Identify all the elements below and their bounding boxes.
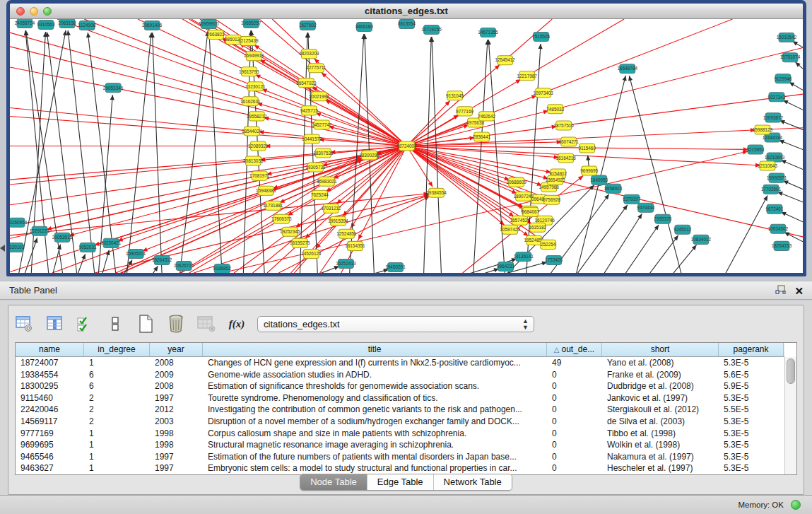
network-node[interactable]: 9425715 (300, 106, 318, 115)
network-node[interactable]: 12089321 (248, 141, 269, 151)
network-node[interactable]: 19384554 (426, 188, 447, 197)
network-node[interactable]: 9115460 (579, 144, 596, 153)
network-node[interactable]: 12125439 (238, 37, 259, 46)
table-row[interactable]: 2242004622012Investigating the contribut… (16, 404, 784, 416)
network-node[interactable]: 10973403 (533, 88, 553, 98)
network-node[interactable]: 10230421 (101, 238, 122, 247)
network-node[interactable]: 17081971 (249, 171, 270, 180)
network-node[interactable]: 16252413 (336, 259, 356, 268)
tab-network-table[interactable]: Network Table (434, 474, 512, 490)
network-node[interactable]: 6379197 (623, 194, 640, 204)
network-node[interactable]: 18300295 (359, 151, 379, 160)
network-window-titlebar[interactable]: citations_edges.txt (10, 4, 803, 19)
network-node[interactable]: 10834012 (691, 235, 712, 244)
network-node[interactable]: 16164216 (555, 153, 576, 163)
network-node[interactable]: 11731881 (263, 201, 283, 210)
network-node[interactable]: 14671355 (478, 28, 498, 37)
network-node[interactable]: 7515526 (532, 33, 550, 42)
network-node[interactable]: 18264312 (152, 255, 172, 264)
network-node[interactable]: 12217987 (517, 71, 537, 81)
network-node[interactable]: 16154351 (345, 241, 365, 250)
network-node[interactable]: 16574521 (510, 216, 530, 225)
column-header-title[interactable]: title (203, 343, 547, 356)
network-node[interactable]: 2935105 (654, 214, 671, 223)
network-node[interactable]: 18264153 (772, 241, 792, 250)
network-node[interactable]: 29053346 (103, 83, 124, 93)
table-row[interactable]: 946362711997Embryonic stem cells: a mode… (16, 462, 784, 474)
network-node[interactable]: 9777169 (456, 107, 473, 116)
network-node[interactable]: 15988123 (753, 125, 773, 134)
network-node[interactable]: 10924502 (768, 224, 789, 233)
network-node[interactable]: 8964231 (497, 262, 514, 271)
network-node[interactable]: 10597423 (500, 225, 520, 234)
network-node[interactable]: 14526124 (301, 249, 322, 258)
column-header-short[interactable]: short (602, 343, 719, 356)
network-node[interactable]: 15010542 (777, 33, 797, 42)
network-node[interactable]: 18724007 (396, 141, 417, 151)
function-builder-icon[interactable]: f(x) (227, 314, 247, 334)
network-node[interactable]: 2836441 (473, 132, 490, 141)
network-node[interactable]: 9129946 (775, 74, 792, 83)
network-node[interactable]: 18307533 (313, 148, 334, 158)
network-node[interactable]: 12093872 (763, 113, 784, 122)
network-node[interactable]: 16547023 (296, 78, 317, 88)
network-node[interactable]: 23260954 (10, 218, 28, 227)
table-row[interactable]: 1938455462009Genome-wide association stu… (16, 369, 784, 381)
table-settings-icon[interactable] (14, 314, 34, 334)
table-scrollbar[interactable] (784, 357, 796, 474)
scrollbar-thumb[interactable] (787, 358, 795, 384)
network-canvas[interactable]: 1872400724055724931056320631581124908206… (10, 19, 803, 273)
network-node[interactable]: 19305731 (305, 163, 326, 172)
network-node[interactable]: 2063158 (59, 19, 76, 28)
row-layout-icon[interactable] (105, 314, 125, 334)
tab-edge-table[interactable]: Edge Table (367, 474, 434, 490)
memory-status-indicator-icon[interactable] (791, 500, 801, 510)
network-node[interactable]: 1124908 (78, 21, 96, 30)
table-row[interactable]: 969969511998Structural magnetic resonanc… (16, 439, 784, 451)
column-header-in_degree[interactable]: in_degree (84, 343, 150, 356)
network-node[interactable]: 9672401 (765, 204, 783, 214)
network-node[interactable]: 18544024 (242, 127, 262, 136)
network-node[interactable]: 9474444 (637, 203, 654, 212)
delete-table-icon[interactable] (166, 314, 186, 334)
network-node[interactable]: 20626721 (174, 261, 194, 270)
network-node[interactable]: 9052031 (79, 243, 97, 252)
network-node[interactable]: 8466160 (355, 23, 373, 32)
network-node[interactable]: 20691406 (142, 21, 163, 30)
network-node[interactable]: 14527742 (312, 120, 332, 129)
network-node[interactable]: 8958923 (604, 184, 622, 193)
network-node[interactable]: 16162631 (240, 97, 261, 106)
network-node[interactable]: 12545412 (495, 56, 515, 65)
control-panel-collapse-arrow-icon[interactable] (0, 245, 5, 252)
network-node[interactable]: 9756928 (543, 195, 560, 204)
network-node[interactable]: 1615182 (529, 223, 546, 232)
network-node[interactable]: 10719155 (421, 25, 442, 35)
network-node[interactable]: 16210643 (765, 153, 785, 162)
float-panel-icon[interactable] (775, 285, 786, 298)
network-node[interactable]: 10655257 (241, 19, 261, 28)
column-header-year[interactable]: year (150, 343, 203, 356)
network-node[interactable]: 19450201 (385, 262, 406, 271)
network-node[interactable]: 15992871 (767, 173, 787, 182)
network-node[interactable]: 252254 (541, 240, 556, 249)
network-node[interactable]: 7462642 (478, 112, 495, 121)
network-node[interactable]: 16949910 (244, 52, 264, 61)
network-node[interactable]: 1527602 (299, 21, 317, 30)
network-node[interactable]: 18757516 (553, 121, 574, 130)
import-table-icon[interactable] (196, 314, 216, 334)
select-all-rows-icon[interactable] (75, 314, 95, 334)
network-node[interactable]: 8813054 (398, 20, 416, 29)
network-node[interactable]: 19558212 (247, 112, 267, 121)
column-header-pagerank[interactable]: pagerank (719, 343, 784, 356)
table-row[interactable]: 1872400712008Changes of HCN gene express… (16, 357, 784, 369)
table-row[interactable]: 946554611997Estimation of the future num… (16, 451, 784, 463)
network-node[interactable]: 17031212 (321, 204, 341, 213)
network-node[interactable]: 17703501 (761, 185, 782, 194)
table-selector-dropdown[interactable]: citations_edges.txt ▲▼ (257, 316, 534, 332)
network-node[interactable]: 1733426 (545, 255, 563, 264)
network-node[interactable]: 12524851 (336, 229, 357, 238)
table-row[interactable]: 977716911998Corpus callosum shape and si… (16, 428, 784, 440)
column-header-out_degree[interactable]: △out_de... (547, 343, 602, 356)
column-header-name[interactable]: name (16, 343, 84, 356)
table-row[interactable]: 1830029562008Estimation of significance … (16, 380, 784, 392)
